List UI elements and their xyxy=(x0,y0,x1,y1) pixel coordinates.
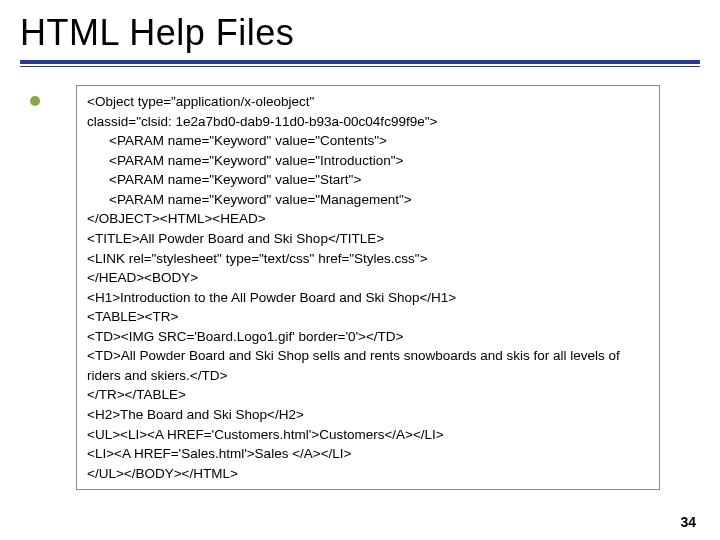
code-line: <PARAM name="Keyword" value="Start"> xyxy=(87,170,649,190)
title-rule-thin xyxy=(20,66,700,67)
code-block: <Object type="application/x-oleobject" c… xyxy=(76,85,660,490)
code-line: <Object type="application/x-oleobject" xyxy=(87,92,649,112)
slide: HTML Help Files <Object type="applicatio… xyxy=(0,0,720,540)
code-line: <UL><LI><A HREF='Customers.html'>Custome… xyxy=(87,425,649,445)
slide-title: HTML Help Files xyxy=(20,12,700,54)
title-rule-thick xyxy=(20,60,700,64)
code-line: <PARAM name="Keyword" value="Introductio… xyxy=(87,151,649,171)
code-line: <LI><A HREF='Sales.html'>Sales </A></LI> xyxy=(87,444,649,464)
code-line: <PARAM name="Keyword" value="Contents"> xyxy=(87,131,649,151)
code-line: <H1>Introduction to the All Powder Board… xyxy=(87,288,649,308)
code-line: </TR></TABLE> xyxy=(87,385,649,405)
code-line: <PARAM name="Keyword" value="Management"… xyxy=(87,190,649,210)
code-line: <LINK rel="stylesheet" type="text/css" h… xyxy=(87,249,649,269)
code-line: <H2>The Board and Ski Shop</H2> xyxy=(87,405,649,425)
code-line: <TITLE>All Powder Board and Ski Shop</TI… xyxy=(87,229,649,249)
code-line: </UL></BODY></HTML> xyxy=(87,464,649,484)
code-line: classid="clsid: 1e2a7bd0-dab9-11d0-b93a-… xyxy=(87,112,649,132)
bullet-icon xyxy=(30,96,40,106)
page-number: 34 xyxy=(680,514,696,530)
code-line: <TD><IMG SRC='Board.Logo1.gif' border='0… xyxy=(87,327,649,347)
code-line: <TABLE><TR> xyxy=(87,307,649,327)
code-line: </OBJECT><HTML><HEAD> xyxy=(87,209,649,229)
code-line: </HEAD><BODY> xyxy=(87,268,649,288)
code-line: <TD>All Powder Board and Ski Shop sells … xyxy=(87,346,649,385)
